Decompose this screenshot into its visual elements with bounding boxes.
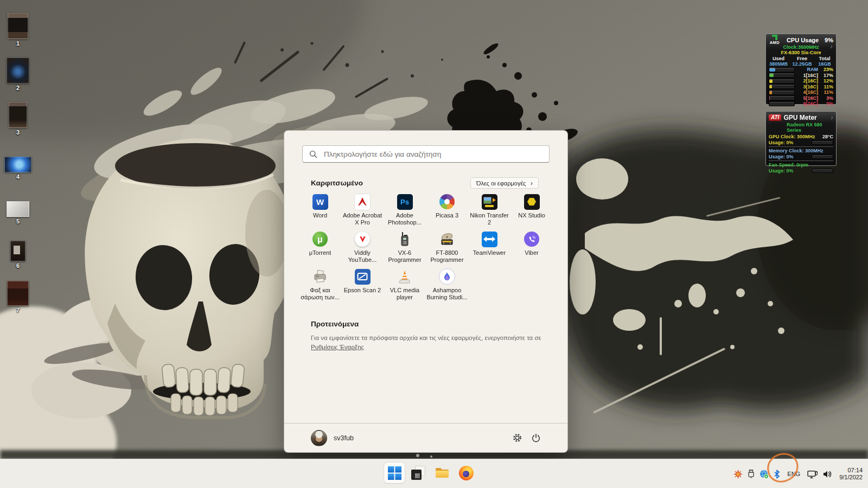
app-label: Φαξ και σάρωση των... xyxy=(299,287,341,301)
core-percent: 23% xyxy=(818,67,833,72)
app-epson-scan[interactable]: Epson Scan 2 xyxy=(341,267,384,304)
start-menu-footer: sv3fub xyxy=(284,423,567,452)
task-view-icon xyxy=(411,466,425,480)
gpu-info: Fan Speed: 0rpm xyxy=(769,162,808,168)
music-note-icon: ♪ xyxy=(830,44,833,49)
bluetooth-icon[interactable] xyxy=(774,470,780,479)
viber-icon xyxy=(524,231,540,247)
acrobat-icon xyxy=(354,194,371,210)
task-view-button[interactable] xyxy=(408,463,429,483)
ashampoo-icon xyxy=(439,268,455,285)
app-word[interactable]: WWord xyxy=(299,192,341,229)
gpu-info: GPU Clock: 300MHz xyxy=(769,134,815,139)
app-label: VX-6 Programmer xyxy=(384,249,426,264)
desktop-icon-2[interactable]: 2 xyxy=(2,47,34,91)
power-button[interactable] xyxy=(531,433,541,443)
gpu-usage-label: Usage: 0% xyxy=(769,168,794,174)
search-input[interactable] xyxy=(323,150,542,159)
windows-logo-icon xyxy=(388,466,401,480)
app-picasa[interactable]: Picasa 3 xyxy=(426,192,468,229)
core-label: 5[16C] xyxy=(797,95,818,101)
app-label: μTorrent xyxy=(309,249,331,256)
user-avatar[interactable] xyxy=(311,430,327,446)
usb-device-icon[interactable] xyxy=(748,470,755,479)
cpu-gadget-title: CPU Usage xyxy=(781,37,825,43)
app-viber[interactable]: Viber xyxy=(510,229,553,267)
firefox-button[interactable] xyxy=(456,463,476,483)
desktop-icon-3[interactable]: 3 xyxy=(2,91,34,136)
app-utorrent[interactable]: µμTorrent xyxy=(299,229,341,267)
security-globe-icon[interactable] xyxy=(760,470,769,479)
cpu-usage-row: 4[16C]11% xyxy=(769,89,833,95)
usage-bar xyxy=(769,101,795,106)
gpu-meter-gadget[interactable]: ATI GPU Meter ♪ Radeon RX 580 Series GPU… xyxy=(765,111,837,166)
app-vlc[interactable]: VLC media player xyxy=(384,267,426,304)
amd-logo: AMD xyxy=(769,35,781,46)
volume-icon[interactable] xyxy=(823,470,832,478)
gpu-usage-label: Usage: 0% xyxy=(769,154,794,159)
settings-button[interactable] xyxy=(512,433,522,443)
tray-app-starburst-icon[interactable] xyxy=(733,470,743,479)
desktop-icon-label: 6 xyxy=(16,262,20,269)
language-indicator[interactable]: ENG xyxy=(785,470,802,478)
cpu-usage-gadget[interactable]: AMD CPU Usage 9% ♪ Clock:3500MHz FX-6300… xyxy=(765,34,837,105)
app-label: Picasa 3 xyxy=(436,212,458,219)
network-icon[interactable] xyxy=(807,470,818,479)
desktop-icon-label: 1 xyxy=(16,40,20,47)
chevron-right-icon: › xyxy=(531,179,533,187)
app-acrobat[interactable]: Adobe Acrobat X Pro xyxy=(341,192,384,229)
core-label: 6[16C] xyxy=(797,101,818,106)
app-nx-studio[interactable]: NX Studio xyxy=(510,192,553,229)
app-nikon-transfer[interactable]: Nikon Transfer 2 xyxy=(468,192,510,229)
app-label: VLC media player xyxy=(384,287,426,301)
teamviewer-icon xyxy=(481,231,497,247)
start-search-box[interactable] xyxy=(302,145,550,163)
usage-bar xyxy=(769,73,795,78)
pinned-heading: Καρφιτσωμένο xyxy=(311,179,363,187)
app-vx6-programmer[interactable]: VX-6 Programmer xyxy=(384,229,426,267)
start-menu: Καρφιτσωμένο Όλες οι εφαρμογές › WWordAd… xyxy=(284,130,568,453)
app-viddly[interactable]: Viddly YouTube... xyxy=(341,229,384,267)
core-label: RAM xyxy=(797,67,818,72)
gpu-info: Memory Clock: 300MHz xyxy=(769,148,824,153)
file-explorer-button[interactable] xyxy=(432,463,452,483)
memory-values: 3805MB12.25GB16GB xyxy=(769,61,833,67)
desktop-icon-6[interactable]: 6 xyxy=(2,224,34,269)
recommended-heading: Προτεινόμενα xyxy=(311,320,359,328)
app-teamviewer[interactable]: TeamViewer xyxy=(468,229,510,267)
amd-glyph-icon xyxy=(772,35,777,40)
desktop-icon-5[interactable]: 5 xyxy=(2,180,34,224)
cpu-usage-row: 2[16C]12% xyxy=(769,78,833,84)
app-label: Ashampoo Burning Studi... xyxy=(426,287,468,301)
clock[interactable]: 07:14 9/1/2022 xyxy=(839,467,863,481)
app-ft8800-programmer[interactable]: FT-8800 Programmer xyxy=(426,229,468,267)
nx-studio-icon xyxy=(524,194,540,210)
all-apps-button[interactable]: Όλες οι εφαρμογές › xyxy=(470,177,539,189)
core-label: 1[16C] xyxy=(797,73,818,78)
usage-bar xyxy=(812,169,833,173)
core-percent: 11% xyxy=(818,84,833,89)
photo-thumbnail xyxy=(10,241,25,261)
word-icon: W xyxy=(312,194,328,210)
app-photoshop[interactable]: PsAdobe Photoshop... xyxy=(384,192,426,229)
photo-thumbnail xyxy=(7,57,29,84)
desktop-icon-1[interactable]: 1 xyxy=(2,2,34,47)
app-fax-scan[interactable]: Φαξ και σάρωση των... xyxy=(299,267,341,304)
app-ashampoo[interactable]: Ashampoo Burning Studi... xyxy=(426,267,468,304)
desktop-icon-7[interactable]: 7 xyxy=(2,269,34,313)
start-button[interactable] xyxy=(384,463,405,483)
cpu-usage-row: 6[16C]0% xyxy=(769,101,833,107)
desktop-icon-label: 2 xyxy=(16,85,20,91)
desktop-icon-label: 4 xyxy=(16,174,20,180)
start-settings-link[interactable]: Ρυθμίσεις Έναρξης xyxy=(311,344,364,350)
usage-bar xyxy=(769,79,795,84)
nikon-transfer-icon xyxy=(481,194,497,210)
usage-bar xyxy=(769,90,795,95)
gpu-section: Fan Speed: 0rpmUsage: 0% xyxy=(769,160,833,174)
folder-icon xyxy=(435,466,450,479)
app-label: TeamViewer xyxy=(473,249,506,256)
core-percent: 3% xyxy=(818,95,833,101)
cpu-usage-row: 1[16C]17% xyxy=(769,73,833,79)
photo-thumbnail xyxy=(8,13,28,39)
desktop-icon-4[interactable]: 4 xyxy=(2,136,34,180)
